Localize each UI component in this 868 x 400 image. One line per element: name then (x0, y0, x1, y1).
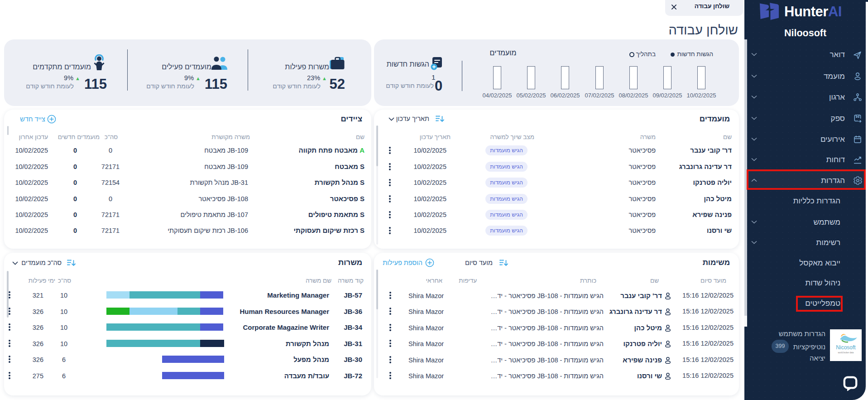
svg-text:Nicosoft: Nicosoft (836, 344, 856, 351)
svg-text:world broker data: world broker data (838, 352, 854, 354)
